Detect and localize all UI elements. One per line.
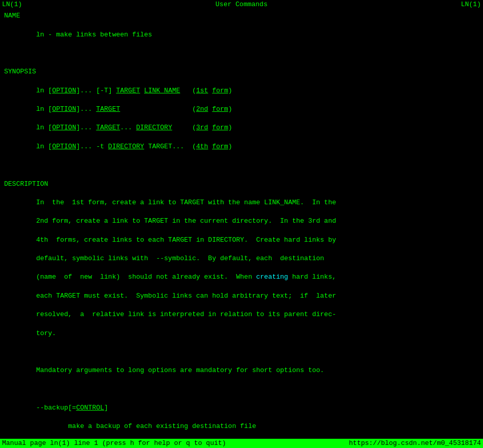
synopsis-line3: ln [OPTION]... TARGET... DIRECTORY (3rd … xyxy=(4,123,479,132)
name-content: ln - make links between files xyxy=(4,30,479,40)
synopsis-line1: ln [OPTION]... [-T] TARGET LINK_NAME (1s… xyxy=(4,86,479,95)
synopsis-line4: ln [OPTION]... -t DIRECTORY TARGET... (4… xyxy=(4,142,479,151)
description-title: DESCRIPTION xyxy=(4,180,479,189)
desc-para1-line3: 4th forms, create links to each TARGET i… xyxy=(4,236,479,245)
option-backup-desc: make a backup of each existing destinati… xyxy=(4,422,479,431)
status-url: https://blog.csdn.net/m0_45318174 xyxy=(349,439,481,448)
option-backup: --backup[=CONTROL] xyxy=(4,403,479,413)
header-bar: LN(1) User Commands LN(1) xyxy=(0,0,483,9)
synopsis-title: SYNOPSIS xyxy=(4,67,479,76)
header-right: LN(1) xyxy=(461,0,481,9)
mandatory-args: Mandatory arguments to long options are … xyxy=(4,366,479,375)
desc-para1-line7: resolved, a relative link is interpreted… xyxy=(4,310,479,319)
status-bar: Manual page ln(1) line 1 (press h for he… xyxy=(0,439,483,448)
header-left: LN(1) xyxy=(2,0,22,9)
desc-para1-line1: In the 1st form, create a link to TARGET… xyxy=(4,198,479,207)
terminal: LN(1) User Commands LN(1) NAME ln - make… xyxy=(0,0,483,448)
man-page-content: NAME ln - make links between files SYNOP… xyxy=(0,9,483,448)
name-section-title: NAME xyxy=(4,11,479,21)
desc-para1-line4: default, symbolic links with --symbolic.… xyxy=(4,254,479,263)
man-page-text: NAME ln - make links between files SYNOP… xyxy=(4,11,479,448)
desc-para1-line8: tory. xyxy=(4,329,479,338)
status-left: Manual page ln(1) line 1 (press h for he… xyxy=(2,439,226,448)
desc-para1-line6: each TARGET must exist. Symbolic links c… xyxy=(4,291,479,301)
desc-para1-line5: (name of new link) should not already ex… xyxy=(4,272,479,282)
desc-para1-line2: 2nd form, create a link to TARGET in the… xyxy=(4,217,479,226)
header-center: User Commands xyxy=(215,0,267,9)
synopsis-line2: ln [OPTION]... TARGET (2nd form) xyxy=(4,105,479,114)
